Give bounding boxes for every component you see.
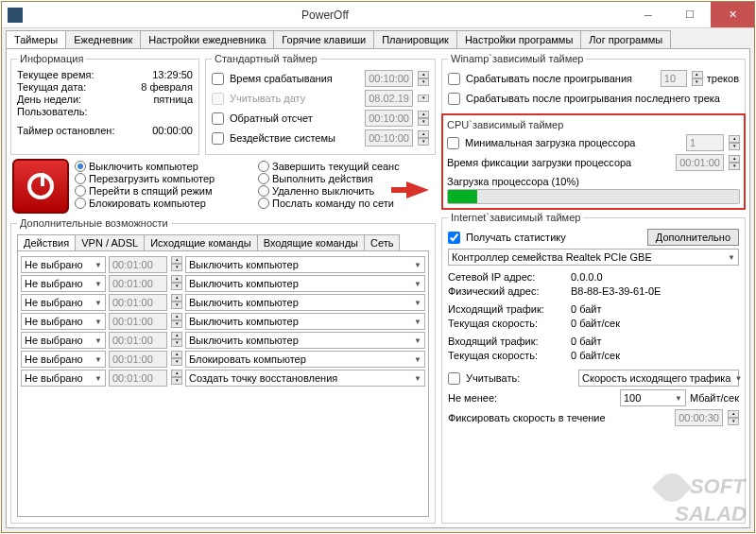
current-date: 8 февраля: [141, 81, 193, 93]
window-title: PowerOff: [23, 9, 627, 22]
radio-logoff[interactable]: [258, 161, 269, 172]
cpu-highlight: CPU`зависимый таймер Минимальная загрузк…: [441, 113, 746, 210]
subtab-actions[interactable]: Действия: [17, 234, 76, 250]
idle-check[interactable]: [212, 132, 224, 145]
net-stats-check[interactable]: [448, 232, 460, 244]
date-input: 08.02.19: [365, 90, 413, 107]
close-button[interactable]: ✕: [711, 2, 754, 27]
tab-diary[interactable]: Ежедневник: [65, 30, 141, 48]
standard-timer-group: Стандартный таймер Время срабатывания00:…: [205, 53, 436, 155]
tab-scheduler[interactable]: Планировщик: [373, 30, 457, 48]
winamp-after-last-check[interactable]: [448, 93, 460, 105]
power-icon[interactable]: [12, 159, 69, 214]
radio-lock[interactable]: [75, 198, 86, 209]
actions-grid: Не выбрано▼00:01:00▴▾Выключить компьютер…: [17, 250, 429, 517]
cpu-min-check[interactable]: [447, 137, 459, 149]
main-tabs: Таймеры Ежедневник Настройки ежедневника…: [2, 28, 754, 48]
mac-value: B8-88-E3-39-61-0E: [571, 284, 661, 299]
net-group: Internet`зависимый таймер Получать стати…: [441, 212, 746, 524]
row1-sel[interactable]: Не выбрано▼: [21, 256, 106, 273]
day-of-week: пятница: [153, 94, 193, 105]
tab-timers[interactable]: Таймеры: [6, 30, 66, 48]
tab-program-settings[interactable]: Настройки программы: [456, 30, 581, 48]
cpu-fix-input[interactable]: 00:01:00: [676, 154, 724, 171]
trigger-spin[interactable]: ▴▾: [418, 71, 429, 86]
min-select[interactable]: 100▼: [620, 389, 686, 406]
radio-restart[interactable]: [75, 173, 86, 184]
radio-net-cmd[interactable]: [258, 198, 269, 209]
cpu-load-label: Загрузка процессора (10%): [447, 176, 740, 187]
app-icon: [8, 8, 23, 23]
more-button[interactable]: Дополнительно: [647, 229, 739, 246]
idle-input[interactable]: 00:10:00: [365, 129, 413, 146]
tab-log[interactable]: Лог программы: [580, 30, 671, 48]
ip-value: 0.0.0.0: [571, 270, 603, 284]
titlebar: PowerOff ─ ☐ ✕: [2, 2, 754, 28]
net-fix-input[interactable]: 00:00:30: [675, 409, 723, 426]
cpu-group: CPU`зависимый таймер Минимальная загрузк…: [447, 119, 740, 204]
tracks-input[interactable]: 10: [661, 70, 687, 87]
subtab-net[interactable]: Сеть: [364, 234, 400, 250]
row1-act[interactable]: Выключить компьютер▼: [185, 256, 425, 273]
countdown-input[interactable]: 00:10:00: [365, 110, 413, 127]
winamp-group: Winamp`зависимый таймер Срабатывать посл…: [441, 53, 746, 115]
extra-group: Дополнительные возможности Действия VPN …: [10, 217, 436, 524]
highlight-arrow-icon: [406, 181, 429, 198]
adapter-select[interactable]: Контроллер семейства Realtek PCIe GBE▼: [448, 249, 739, 266]
minimize-button[interactable]: ─: [627, 2, 669, 27]
subtab-vpn[interactable]: VPN / ADSL: [75, 234, 145, 250]
winamp-after-play-check[interactable]: [448, 73, 460, 85]
trigger-time-check[interactable]: [212, 73, 224, 85]
maximize-button[interactable]: ☐: [669, 2, 711, 27]
tab-hotkeys[interactable]: Горячие клавиши: [273, 30, 374, 48]
info-group: Информация Текущее время:13:29:50 Текуща…: [10, 53, 199, 155]
radio-sleep[interactable]: [75, 185, 86, 197]
tab-diary-settings[interactable]: Настройки ежедневника: [140, 30, 274, 48]
current-time: 13:29:50: [152, 69, 193, 80]
radio-shutdown[interactable]: [75, 161, 86, 172]
subtab-out-cmd[interactable]: Исходящие команды: [144, 234, 258, 250]
radio-actions[interactable]: [258, 173, 269, 184]
info-legend: Информация: [17, 53, 86, 64]
cpu-progress: [447, 189, 740, 204]
trigger-time-input[interactable]: 00:10:00: [365, 70, 413, 87]
consider-date-check: [212, 93, 224, 105]
subtab-in-cmd[interactable]: Входящие команды: [257, 234, 365, 250]
radio-remote-off[interactable]: [258, 185, 269, 197]
countdown-check[interactable]: [212, 112, 224, 125]
consider-select[interactable]: Скорость исходящего трафика▼: [578, 370, 739, 387]
consider-check[interactable]: [448, 372, 460, 385]
timer-stopped: 00:00:00: [152, 125, 193, 136]
cpu-min-input[interactable]: 1: [686, 134, 724, 151]
